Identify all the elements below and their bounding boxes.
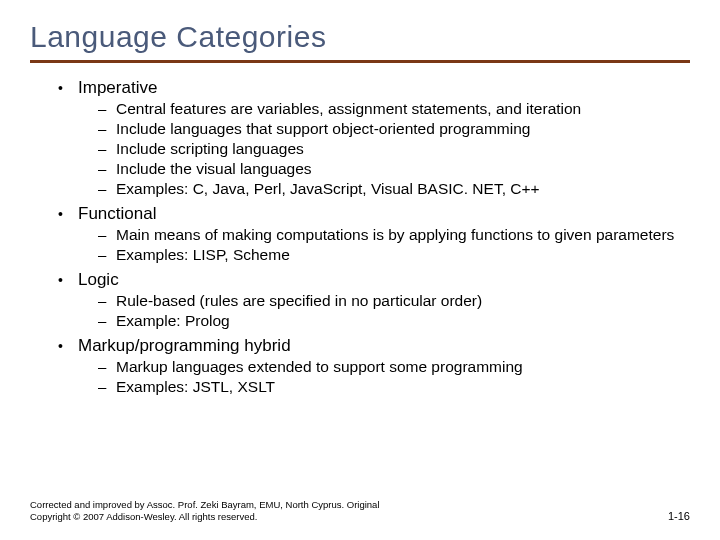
section-markup-hybrid: • Markup/programming hybrid — [58, 335, 690, 356]
list-item-text: Markup languages extended to support som… — [116, 358, 523, 377]
list-item-text: Example: Prolog — [116, 312, 230, 331]
list-item: –Examples: JSTL, XSLT — [98, 378, 690, 397]
list-item: –Include the visual languages — [98, 160, 690, 179]
list-item: –Include scripting languages — [98, 140, 690, 159]
section-imperative: • Imperative — [58, 77, 690, 98]
list-item-text: Include scripting languages — [116, 140, 304, 159]
bullet-level1: • — [58, 206, 78, 224]
bullet-level2: – — [98, 358, 116, 377]
slide-footer: Corrected and improved by Assoc. Prof. Z… — [30, 499, 690, 522]
list-item: –Example: Prolog — [98, 312, 690, 331]
section-heading: Imperative — [78, 77, 157, 98]
list-item: –Rule-based (rules are specified in no p… — [98, 292, 690, 311]
bullet-level2: – — [98, 140, 116, 159]
bullet-level2: – — [98, 226, 116, 245]
list-item: –Markup languages extended to support so… — [98, 358, 690, 377]
list-item: –Central features are variables, assignm… — [98, 100, 690, 119]
list-item-text: Central features are variables, assignme… — [116, 100, 581, 119]
bullet-level1: • — [58, 80, 78, 98]
slide-content: • Imperative –Central features are varia… — [30, 77, 690, 397]
footer-attribution: Corrected and improved by Assoc. Prof. Z… — [30, 499, 390, 522]
bullet-level2: – — [98, 292, 116, 311]
bullet-level2: – — [98, 100, 116, 119]
section-heading: Markup/programming hybrid — [78, 335, 291, 356]
section-functional: • Functional — [58, 203, 690, 224]
list-item-text: Rule-based (rules are specified in no pa… — [116, 292, 482, 311]
bullet-level2: – — [98, 378, 116, 397]
list-item-text: Examples: LISP, Scheme — [116, 246, 290, 265]
section-heading: Functional — [78, 203, 156, 224]
list-item-text: Main means of making computations is by … — [116, 226, 674, 245]
section-heading: Logic — [78, 269, 119, 290]
list-item: –Examples: C, Java, Perl, JavaScript, Vi… — [98, 180, 690, 199]
list-item: –Examples: LISP, Scheme — [98, 246, 690, 265]
section-logic: • Logic — [58, 269, 690, 290]
list-item-text: Include languages that support object-or… — [116, 120, 530, 139]
bullet-level2: – — [98, 180, 116, 199]
bullet-level1: • — [58, 338, 78, 356]
title-divider — [30, 60, 690, 63]
list-item-text: Examples: JSTL, XSLT — [116, 378, 275, 397]
list-item: –Include languages that support object-o… — [98, 120, 690, 139]
list-item-text: Examples: C, Java, Perl, JavaScript, Vis… — [116, 180, 540, 199]
bullet-level2: – — [98, 120, 116, 139]
bullet-level1: • — [58, 272, 78, 290]
slide-title: Language Categories — [30, 20, 690, 54]
list-item-text: Include the visual languages — [116, 160, 312, 179]
list-item: –Main means of making computations is by… — [98, 226, 690, 245]
bullet-level2: – — [98, 160, 116, 179]
bullet-level2: – — [98, 246, 116, 265]
footer-page-number: 1-16 — [668, 510, 690, 522]
bullet-level2: – — [98, 312, 116, 331]
